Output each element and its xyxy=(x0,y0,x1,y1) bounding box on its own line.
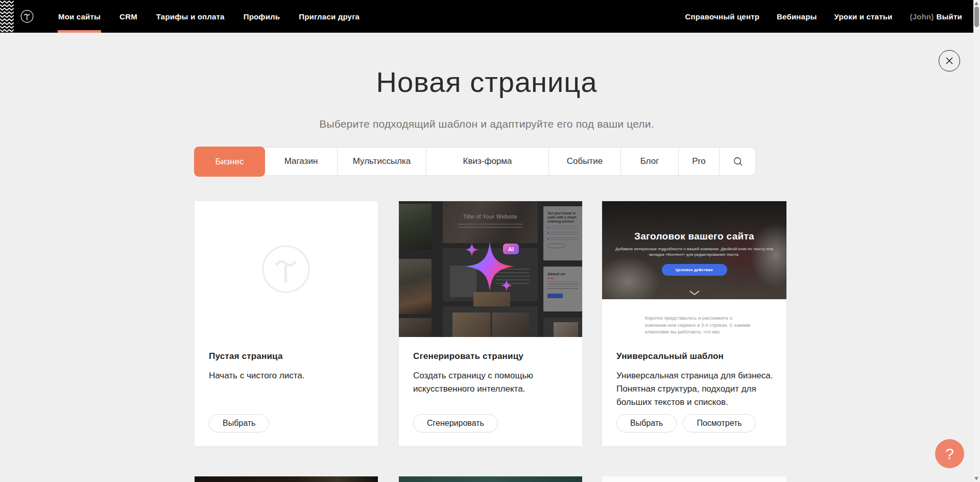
tab-store[interactable]: Магазин xyxy=(265,148,337,175)
next-row-card-preview[interactable] xyxy=(602,476,786,482)
scrollbar-up-arrow-icon[interactable] xyxy=(974,2,978,5)
nav-item-profile[interactable]: Профиль xyxy=(244,0,280,33)
card-actions: Выбрать Посмотреть xyxy=(616,414,756,432)
tab-label: Магазин xyxy=(284,156,318,166)
next-row-card-preview[interactable] xyxy=(195,476,378,482)
card-description: Начать с чистого листа. xyxy=(209,369,371,382)
tab-label: Событие xyxy=(567,156,603,166)
scrollbar-thumb[interactable] xyxy=(974,7,979,27)
ai-badge: AI xyxy=(503,244,519,254)
search-icon xyxy=(733,157,743,166)
preview-hero-title: Заголовок вашего сайта xyxy=(602,231,786,242)
tab-label: Pro xyxy=(692,156,705,166)
card-text: Универсальный шаблон Универсальная стран… xyxy=(602,337,786,409)
blank-page-preview xyxy=(195,201,378,337)
page-subtitle: Выберите подходящий шаблон и адаптируйте… xyxy=(0,118,973,130)
zigzag-pattern-decoration xyxy=(0,0,14,33)
new-page-dialog: Мои сайты CRM Тарифы и оплата Профиль Пр… xyxy=(0,0,980,482)
card-title: Сгенерировать страницу xyxy=(413,351,575,362)
question-mark-icon: ? xyxy=(945,445,954,463)
tab-label: Блог xyxy=(640,156,659,166)
tab-business[interactable]: Бизнес xyxy=(194,147,265,177)
tab-blog[interactable]: Блог xyxy=(620,148,678,175)
card-title: Пустая страница xyxy=(209,351,371,362)
nav-item-help-center[interactable]: Справочный центр xyxy=(685,0,760,33)
page-title: Новая страница xyxy=(0,65,973,99)
nav-item-my-sites[interactable]: Мои сайты xyxy=(58,0,101,33)
help-bubble-button[interactable]: ? xyxy=(935,439,964,468)
top-navbar: Мои сайты CRM Тарифы и оплата Профиль Пр… xyxy=(0,0,973,33)
tab-quiz-form[interactable]: Квиз-форма xyxy=(426,148,548,175)
chevron-down-icon xyxy=(689,291,700,295)
nav-item-label: Справочный центр xyxy=(685,12,760,21)
navbar-secondary-menu: Справочный центр Вебинары Уроки и статьи… xyxy=(685,0,962,33)
tab-event[interactable]: Событие xyxy=(548,148,620,175)
nav-item-lessons[interactable]: Уроки и статьи xyxy=(834,0,893,33)
nav-item-label: Пригласи друга xyxy=(299,12,360,21)
nav-item-crm[interactable]: CRM xyxy=(119,0,137,33)
view-universal-button[interactable]: Посмотреть xyxy=(683,414,755,432)
tab-multilink[interactable]: Мультиссылка xyxy=(337,148,426,175)
nav-item-logout[interactable]: (John) Выйти xyxy=(910,0,962,33)
nav-item-webinars[interactable]: Вебинары xyxy=(777,0,817,33)
nav-item-label: Уроки и статьи xyxy=(834,12,893,21)
scrollbar-down-arrow-icon[interactable] xyxy=(974,477,978,480)
preview-hero: Заголовок вашего сайта Добавьте интересн… xyxy=(602,201,786,299)
ai-collage-preview: Title of Your Website Get your house in … xyxy=(399,201,582,337)
close-icon xyxy=(945,56,954,65)
universal-template-preview: Заголовок вашего сайта Добавьте интересн… xyxy=(602,201,786,337)
tab-label: Квиз-форма xyxy=(463,156,512,166)
template-card-universal: Заголовок вашего сайта Добавьте интересн… xyxy=(602,201,786,446)
tab-label: Мультиссылка xyxy=(353,156,411,166)
card-actions: Сгенерировать xyxy=(413,414,498,432)
card-text: Сгенерировать страницу Создать страницу … xyxy=(399,337,582,396)
ai-sparkle-icon xyxy=(449,226,531,308)
logout-label: Выйти xyxy=(937,12,962,21)
card-description: Универсальная страница для бизнеса. Поня… xyxy=(616,369,779,409)
nav-item-label: Вебинары xyxy=(777,12,817,21)
card-description: Создать страницу с помощью искусственног… xyxy=(413,369,575,396)
card-text: Пустая страница Начать с чистого листа. xyxy=(195,337,378,382)
choose-universal-button[interactable]: Выбрать xyxy=(616,414,677,432)
preview-body: Коротко представьтесь и расскажите о ком… xyxy=(602,299,786,337)
tilda-watermark-icon xyxy=(261,245,310,294)
nav-item-label: Профиль xyxy=(244,12,280,21)
tab-pro[interactable]: Pro xyxy=(678,148,719,175)
tilda-logo-icon[interactable] xyxy=(19,9,35,24)
preview-cta-button: Целевое действие xyxy=(662,264,727,276)
choose-blank-button[interactable]: Выбрать xyxy=(209,414,269,432)
card-title: Универсальный шаблон xyxy=(616,351,779,362)
card-actions: Выбрать xyxy=(209,414,269,432)
template-category-tabs: Бизнес Магазин Мультиссылка Квиз-форма С… xyxy=(194,147,756,176)
template-card-ai-generate: Title of Your Website Get your house in … xyxy=(399,201,582,446)
nav-item-pricing[interactable]: Тарифы и оплата xyxy=(156,0,225,33)
template-card-blank-page: Пустая страница Начать с чистого листа. … xyxy=(195,201,378,446)
navbar-main-menu: Мои сайты CRM Тарифы и оплата Профиль Пр… xyxy=(58,0,360,33)
preview-body-text: Коротко представьтесь и расскажите о ком… xyxy=(645,315,750,337)
nav-item-label: CRM xyxy=(119,12,137,21)
vertical-scrollbar[interactable] xyxy=(973,0,980,482)
tab-label: Бизнес xyxy=(216,157,244,167)
user-name-label: (John) xyxy=(910,12,934,21)
next-row-card-preview[interactable] xyxy=(399,476,582,482)
nav-item-label: Тарифы и оплата xyxy=(156,12,225,21)
tab-search[interactable] xyxy=(719,148,757,175)
preview-hero-subtitle: Добавьте интересные подробности о вашей … xyxy=(615,246,774,257)
generate-button[interactable]: Сгенерировать xyxy=(413,414,498,432)
nav-item-label: Мои сайты xyxy=(58,12,101,21)
nav-item-invite-friend[interactable]: Пригласи друга xyxy=(299,0,360,33)
